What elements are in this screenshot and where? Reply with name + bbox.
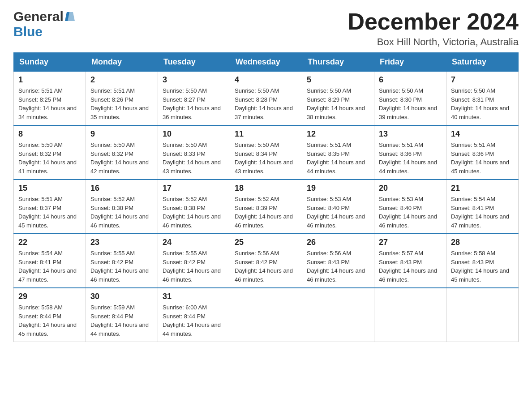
day-info: Sunrise: 5:52 AMSunset: 8:38 PMDaylight:… xyxy=(163,195,225,230)
day-info: Sunrise: 5:54 AMSunset: 8:41 PMDaylight:… xyxy=(18,249,81,284)
calendar-cell: 24Sunrise: 5:55 AMSunset: 8:42 PMDayligh… xyxy=(158,234,230,288)
logo-general-row: General xyxy=(13,9,75,24)
calendar-week-row: 1Sunrise: 5:51 AMSunset: 8:25 PMDaylight… xyxy=(14,72,519,126)
day-info: Sunrise: 5:50 AMSunset: 8:31 PMDaylight:… xyxy=(451,86,514,121)
day-number: 16 xyxy=(90,184,153,193)
calendar-week-row: 8Sunrise: 5:50 AMSunset: 8:32 PMDaylight… xyxy=(14,125,519,180)
day-number: 8 xyxy=(18,129,81,139)
day-info: Sunrise: 5:50 AMSunset: 8:29 PMDaylight:… xyxy=(307,86,369,121)
day-info: Sunrise: 5:53 AMSunset: 8:40 PMDaylight:… xyxy=(307,195,369,230)
calendar-week-row: 15Sunrise: 5:51 AMSunset: 8:37 PMDayligh… xyxy=(14,180,519,234)
logo-blue-text: Blue xyxy=(13,24,43,39)
calendar-cell: 30Sunrise: 5:59 AMSunset: 8:44 PMDayligh… xyxy=(86,288,158,342)
day-number: 30 xyxy=(90,292,153,301)
calendar-cell: 27Sunrise: 5:57 AMSunset: 8:43 PMDayligh… xyxy=(374,234,446,288)
header-friday: Friday xyxy=(374,53,446,72)
day-info: Sunrise: 5:51 AMSunset: 8:35 PMDaylight:… xyxy=(307,141,369,176)
calendar-cell: 8Sunrise: 5:50 AMSunset: 8:32 PMDaylight… xyxy=(14,125,86,180)
day-number: 31 xyxy=(163,292,225,301)
calendar-cell: 21Sunrise: 5:54 AMSunset: 8:41 PMDayligh… xyxy=(446,180,519,234)
day-number: 5 xyxy=(307,75,369,85)
calendar-cell: 3Sunrise: 5:50 AMSunset: 8:27 PMDaylight… xyxy=(158,72,230,126)
day-info: Sunrise: 5:58 AMSunset: 8:43 PMDaylight:… xyxy=(451,249,514,284)
calendar-cell: 4Sunrise: 5:50 AMSunset: 8:28 PMDaylight… xyxy=(230,72,302,126)
day-info: Sunrise: 5:50 AMSunset: 8:32 PMDaylight:… xyxy=(18,141,81,176)
day-number: 10 xyxy=(163,129,225,139)
calendar-cell: 17Sunrise: 5:52 AMSunset: 8:38 PMDayligh… xyxy=(158,180,230,234)
day-info: Sunrise: 5:50 AMSunset: 8:28 PMDaylight:… xyxy=(235,86,297,121)
day-info: Sunrise: 5:52 AMSunset: 8:38 PMDaylight:… xyxy=(90,195,153,230)
day-number: 11 xyxy=(235,129,297,139)
day-info: Sunrise: 5:53 AMSunset: 8:40 PMDaylight:… xyxy=(379,195,442,230)
logo-arrow-icon xyxy=(65,12,75,21)
day-number: 28 xyxy=(451,238,514,247)
day-number: 18 xyxy=(235,184,297,193)
page-header: General Blue December 2024 Box Hill Nort… xyxy=(13,9,519,48)
calendar-cell: 2Sunrise: 5:51 AMSunset: 8:26 PMDaylight… xyxy=(86,72,158,126)
day-number: 13 xyxy=(379,129,442,139)
day-info: Sunrise: 5:51 AMSunset: 8:36 PMDaylight:… xyxy=(379,141,442,176)
day-info: Sunrise: 5:50 AMSunset: 8:34 PMDaylight:… xyxy=(235,141,297,176)
location-text: Box Hill North, Victoria, Australia xyxy=(348,36,519,48)
day-number: 22 xyxy=(18,238,81,247)
day-number: 29 xyxy=(18,292,81,301)
calendar-cell: 26Sunrise: 5:56 AMSunset: 8:43 PMDayligh… xyxy=(302,234,374,288)
day-number: 21 xyxy=(451,184,514,193)
calendar-cell: 19Sunrise: 5:53 AMSunset: 8:40 PMDayligh… xyxy=(302,180,374,234)
day-info: Sunrise: 5:51 AMSunset: 8:37 PMDaylight:… xyxy=(18,195,81,230)
calendar-cell xyxy=(302,288,374,342)
day-number: 23 xyxy=(90,238,153,247)
logo-general-text: General xyxy=(13,9,64,24)
month-title: December 2024 xyxy=(348,9,519,34)
calendar-cell: 28Sunrise: 5:58 AMSunset: 8:43 PMDayligh… xyxy=(446,234,519,288)
day-number: 3 xyxy=(163,75,225,85)
calendar-table: Sunday Monday Tuesday Wednesday Thursday… xyxy=(13,52,519,342)
day-number: 24 xyxy=(163,238,225,247)
day-info: Sunrise: 5:58 AMSunset: 8:44 PMDaylight:… xyxy=(18,303,81,338)
day-info: Sunrise: 5:50 AMSunset: 8:30 PMDaylight:… xyxy=(379,86,442,121)
calendar-cell: 14Sunrise: 5:51 AMSunset: 8:36 PMDayligh… xyxy=(446,125,519,180)
day-number: 7 xyxy=(451,75,514,85)
calendar-cell xyxy=(230,288,302,342)
calendar-cell: 18Sunrise: 5:52 AMSunset: 8:39 PMDayligh… xyxy=(230,180,302,234)
day-info: Sunrise: 5:50 AMSunset: 8:32 PMDaylight:… xyxy=(90,141,153,176)
header-saturday: Saturday xyxy=(446,53,519,72)
calendar-cell: 5Sunrise: 5:50 AMSunset: 8:29 PMDaylight… xyxy=(302,72,374,126)
header-monday: Monday xyxy=(86,53,158,72)
day-number: 1 xyxy=(18,75,81,85)
day-info: Sunrise: 5:57 AMSunset: 8:43 PMDaylight:… xyxy=(379,249,442,284)
header-tuesday: Tuesday xyxy=(158,53,230,72)
calendar-cell: 22Sunrise: 5:54 AMSunset: 8:41 PMDayligh… xyxy=(14,234,86,288)
calendar-cell: 29Sunrise: 5:58 AMSunset: 8:44 PMDayligh… xyxy=(14,288,86,342)
day-info: Sunrise: 5:51 AMSunset: 8:25 PMDaylight:… xyxy=(18,86,81,121)
day-number: 9 xyxy=(90,129,153,139)
calendar-cell: 20Sunrise: 5:53 AMSunset: 8:40 PMDayligh… xyxy=(374,180,446,234)
calendar-cell xyxy=(446,288,519,342)
header-wednesday: Wednesday xyxy=(230,53,302,72)
day-number: 15 xyxy=(18,184,81,193)
day-info: Sunrise: 5:50 AMSunset: 8:33 PMDaylight:… xyxy=(163,141,225,176)
day-number: 2 xyxy=(90,75,153,85)
logo: General Blue xyxy=(13,9,75,39)
calendar-header-row: Sunday Monday Tuesday Wednesday Thursday… xyxy=(14,53,519,72)
header-thursday: Thursday xyxy=(302,53,374,72)
day-number: 14 xyxy=(451,129,514,139)
title-section: December 2024 Box Hill North, Victoria, … xyxy=(348,9,519,48)
day-number: 20 xyxy=(379,184,442,193)
calendar-week-row: 29Sunrise: 5:58 AMSunset: 8:44 PMDayligh… xyxy=(14,288,519,342)
day-info: Sunrise: 5:54 AMSunset: 8:41 PMDaylight:… xyxy=(451,195,514,230)
calendar-cell: 25Sunrise: 5:56 AMSunset: 8:42 PMDayligh… xyxy=(230,234,302,288)
day-number: 19 xyxy=(307,184,369,193)
calendar-week-row: 22Sunrise: 5:54 AMSunset: 8:41 PMDayligh… xyxy=(14,234,519,288)
calendar-cell: 6Sunrise: 5:50 AMSunset: 8:30 PMDaylight… xyxy=(374,72,446,126)
day-number: 27 xyxy=(379,238,442,247)
day-number: 6 xyxy=(379,75,442,85)
day-number: 25 xyxy=(235,238,297,247)
calendar-cell: 10Sunrise: 5:50 AMSunset: 8:33 PMDayligh… xyxy=(158,125,230,180)
day-info: Sunrise: 6:00 AMSunset: 8:44 PMDaylight:… xyxy=(163,303,225,338)
day-number: 26 xyxy=(307,238,369,247)
calendar-cell: 13Sunrise: 5:51 AMSunset: 8:36 PMDayligh… xyxy=(374,125,446,180)
day-info: Sunrise: 5:59 AMSunset: 8:44 PMDaylight:… xyxy=(90,303,153,338)
day-number: 17 xyxy=(163,184,225,193)
header-sunday: Sunday xyxy=(14,53,86,72)
